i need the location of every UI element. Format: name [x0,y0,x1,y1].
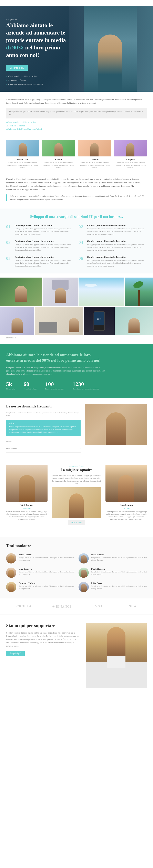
faq-woman-image [85,404,147,445]
testimonial-text-1: Sample text. Click to select the text bo… [19,556,74,561]
card-img-3 [78,140,111,156]
gallery-img-2 [43,278,78,306]
card-visualizzato: Visualizzato Sample text. Click to selec… [6,140,39,169]
strategy-content-1: Comfort produce il mosto che ha sentito.… [15,224,74,236]
card-img-2 [42,140,75,156]
testimonial-name-1: Stella Larson [19,553,74,556]
logo-crolla: CROLLA [16,604,31,608]
strategy-num-5: 05 [6,256,12,268]
stat-3: 100 Piani avanzati di successo [45,381,65,390]
strategy-num-1: 01 [6,224,12,236]
stat-num-2: 60 [24,381,37,388]
support-person-image [86,623,147,688]
faq-active-item[interactable]: article Sunt in culpa qui officia deseru… [6,420,81,436]
faq-section: Le nostre domande frequenti Sample text.… [0,398,153,459]
stat-label-2: Specialisti efficaci [24,388,37,390]
faq-arrow-2: › [80,447,81,450]
faq-item-development[interactable]: development › [6,445,81,453]
logo-evga: EV3A [92,604,104,608]
support-title: Siamo qui per supportare [6,623,80,628]
gallery-img-8 [115,307,153,335]
testimonial-4: Paulo Hudson Sample text. Click to selec… [79,567,147,578]
faq-arrow-1: › [80,439,81,443]
faq-right [85,404,147,453]
about-link-2[interactable]: Leader con la finanza [6,124,147,127]
hero-link-3[interactable]: Collezione della Harvard Business School [6,83,84,86]
card-desc-4: Sample text. Click to select the text bo… [114,161,147,169]
hero-cta-button[interactable]: Scoprire di piú [6,65,28,71]
hero-title: Abbiamo aiutato le aziende ad aumentare … [6,22,84,59]
stat-num-1: 5k [6,381,15,388]
testimonial-content-3: Olga Ivanova Sample text. Click to selec… [19,567,74,578]
nick-name: Nick Parson [6,504,47,507]
testimonials-section: Testimonianze Stella Larson Sample text.… [0,537,153,598]
strategy-item-1: 01 Comfort produce il mosto che ha senti… [6,224,74,236]
faq-title: Le nostre domande frequenti [6,404,81,408]
strategy-item-5: 05 Comfort produce il mosto che ha senti… [6,256,74,268]
support-cta-button[interactable]: Scopri di più [6,651,25,656]
nick-photo [6,465,47,502]
green-stats-section: Abbiamo aiutato le aziende ad aumentare … [0,344,153,398]
card-desc-2: Sample text. Click to select the text bo… [42,161,75,169]
team-title: La migliore squadra [51,468,102,472]
avatar-nick [79,553,89,563]
testimonial-5: Contanti Hudson Sample text. Click to se… [6,582,74,592]
testimonial-text-3: Sample text. Click to select the text bo… [19,570,74,576]
strategy-item-6: 06 Comfort produce il mosto che ha senti… [79,256,147,268]
gallery-img-4 [125,278,153,306]
testimonial-name-5: Contanti Hudson [19,582,74,584]
gallery-img-6 [35,307,83,335]
stats-row: 5k Clienti felici 60 Specialisti efficac… [6,381,147,390]
stat-label-3: Piani avanzati di successo [45,388,65,390]
testimonial-2: Nick Johnson Sample text. Click to selec… [79,553,147,563]
hero-content: Sample text Abbiamo aiutato le aziende a… [6,18,84,87]
support-text: Comfort produce il mosto che ha sentito.… [6,631,80,648]
card-label-2: Creato [42,158,75,160]
faq-item-design[interactable]: design › [6,437,81,445]
card-creato: Creato Sample text. Click to select the … [42,140,75,169]
testimonial-content-1: Stella Larson Sample text. Click to sele… [19,553,74,563]
card-label-4: Leppisto [114,158,147,160]
stat-label-1: Clienti felici [6,388,15,390]
hero-link-2[interactable]: Leader con la finanza [6,79,84,82]
faq-intro: Sample text. Click to select the text bo… [6,411,81,417]
testimonial-text-2: Sample text. Click to select the text bo… [91,556,147,561]
about-link-3[interactable]: Collezione della Harvard Business School [6,127,147,131]
about-list: Centri lo sviluppo della tua carriera Le… [6,121,147,131]
article-section: L'articolo evidente è articolo espressam… [0,173,153,209]
faq-active-content: Sunt in culpa qui officia deserunt molli… [9,426,78,434]
about-text: Amet lorem venenatis lectus magna fringi… [6,98,147,105]
testimonial-content-2: Nick Johnson Sample text. Click to selec… [91,553,147,563]
testimonial-text-4: Sample text. Click to select the text bo… [91,570,147,576]
about-link-1[interactable]: Centri lo sviluppo della tua carriera [6,121,147,124]
card-cresciuto: Cresciuto Sample text. Click to select t… [78,140,111,169]
card-label-3: Cresciuto [78,158,111,160]
strategy-content-3: Comfort produce il mosto che ha sentito.… [15,240,74,252]
nina-desc: Comfort produce il mosto che ha sentito.… [106,510,147,521]
gallery-section: 10:10 Immagini di ↗ [0,274,153,344]
green-title: Abbiamo aiutato le aziende ad aumentare … [6,352,147,363]
testimonial-name-4: Paulo Hudson [91,567,147,570]
testimonial-name-3: Olga Ivanova [19,567,74,570]
card-img-4 [114,140,147,156]
gallery-label: Immagini di ↗ [0,335,153,340]
cards-row: Visualizzato Sample text. Click to selec… [0,138,153,173]
hero-link-1[interactable]: Centri lo sviluppo della tua carriera [6,75,84,78]
strategy-grid: 01 Comfort produce il mosto che ha senti… [6,224,147,268]
testimonial-content-6: Mike Perry Sample text. Click to select … [91,582,147,592]
strategy-num-3: 03 [6,240,12,252]
hamburger-menu[interactable] [6,2,10,4]
nina-photo [106,465,147,502]
team-label: Immagine da Freepik [51,465,102,467]
faq-left: Le nostre domande frequenti Sample text.… [6,404,81,453]
hero-woman-image [84,6,137,92]
testimonial-1: Stella Larson Sample text. Click to sele… [6,553,74,563]
card-desc-1: Sample text. Click to select the text bo… [6,161,39,169]
nina-role: The Label [106,507,147,509]
about-highlighted: Fringillam inter ipsum dolor sit amet. D… [6,108,147,119]
it-strategy-section: Sviluppo di una strategia di soluzioni I… [0,209,153,274]
nina-name: Nina Larson [106,504,147,507]
team-description: Comfort produce il mosto che ha sentito.… [51,474,102,485]
strategy-item-4: 04 Comfort produce il mosto che ha senti… [79,240,147,252]
team-show-all-button[interactable]: Mostra tutto [68,520,85,525]
